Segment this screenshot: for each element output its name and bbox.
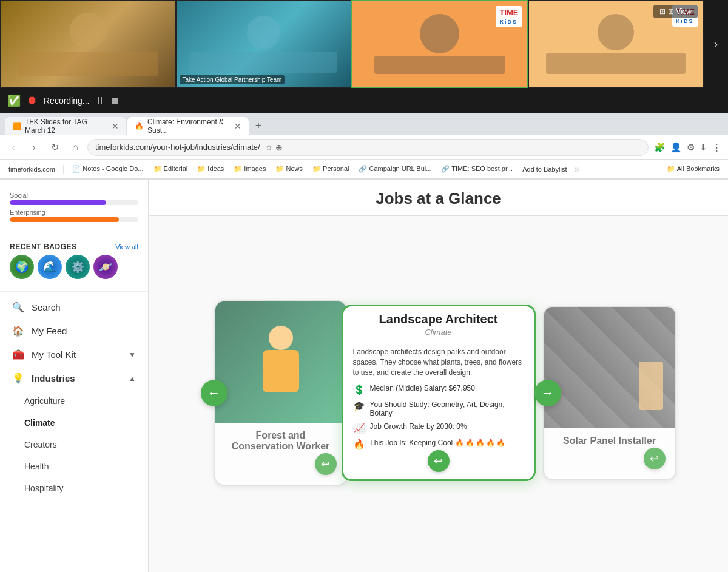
bookmark-all[interactable]: 📁 All Bookmarks <box>663 164 723 174</box>
hot-detail: 🔥 This Job Is: Keeping Cool 🔥 🔥 🔥 🔥 🔥 <box>353 439 524 450</box>
sidebar-item-my-tool-kit[interactable]: 🧰 My Tool Kit ▼ <box>0 343 148 366</box>
salary-detail: 💲 Median (Middle) Salary: $67,950 <box>353 384 524 395</box>
sidebar-item-agriculture[interactable]: Agriculture <box>0 390 148 412</box>
badge-planet: 🪐 <box>93 255 118 279</box>
bookmark-editorial[interactable]: 📁 Editorial <box>150 164 192 174</box>
address-bar[interactable]: timeforkids.com/your-hot-job/industries/… <box>87 139 649 156</box>
tab-1-close[interactable]: ✕ <box>112 121 119 131</box>
reload-button[interactable]: ↻ <box>46 139 63 156</box>
bookmark-personal[interactable]: 📁 Personal <box>309 164 352 174</box>
download-icon[interactable]: ⬇ <box>698 140 709 155</box>
center-card-flip-button[interactable]: ↩ <box>428 450 450 472</box>
bookmark-star-icon[interactable]: ☆ <box>265 143 273 152</box>
menu-icon[interactable]: ⋮ <box>710 140 723 155</box>
bookmark-timeforkids[interactable]: timeforkids.com <box>5 164 59 174</box>
browser-tab-1[interactable]: 🟧 TFK Slides for TAG March 12 ✕ <box>5 117 126 135</box>
video-participant-3[interactable]: TIME KiDS <box>351 0 528 88</box>
badge-wave: 🌊 <box>38 255 62 279</box>
enterprising-progress-fill <box>10 217 119 222</box>
flip-icon-left: ↩ <box>321 457 330 471</box>
sidebar-divider-1 <box>0 291 148 292</box>
badges-header: RECENT BADGES View all <box>10 243 138 251</box>
prev-card-button[interactable]: ← <box>201 380 228 406</box>
tab-1-favicon: 🟧 <box>12 122 21 130</box>
left-card-image <box>215 301 346 423</box>
hot-text: This Job Is: Keeping Cool 🔥 🔥 🔥 🔥 🔥 <box>370 439 524 447</box>
view-button[interactable]: ⊞ ⊞ View <box>653 5 698 18</box>
next-arrow-icon: → <box>541 385 554 401</box>
new-tab-button[interactable]: + <box>250 117 267 134</box>
badges-row: 🌍 🌊 ⚙️ 🪐 <box>10 255 138 279</box>
bookmark-news[interactable]: 📁 News <box>272 164 306 174</box>
search-label: Search <box>32 302 61 312</box>
badges-section: RECENT BADGES View all 🌍 🌊 ⚙️ 🪐 <box>0 232 148 288</box>
bookmark-notes[interactable]: 📄 Notes - Google Do... <box>69 164 147 174</box>
center-card-category: Climate <box>353 328 524 342</box>
video-participant-1[interactable] <box>0 0 176 88</box>
stop-button[interactable]: ⏹ <box>110 95 120 106</box>
enterprising-label: Enterprising <box>10 209 138 216</box>
toolkit-icon: 🧰 <box>12 349 24 360</box>
my-feed-label: My Feed <box>32 326 67 336</box>
sidebar-item-hospitality[interactable]: Hospitality <box>0 477 148 499</box>
center-card-job-title: Landscape Architect <box>353 312 524 326</box>
toolkit-arrow-icon: ▼ <box>129 351 136 359</box>
tab-2-label: Climate: Environment & Sust... <box>147 118 231 135</box>
salary-icon: 💲 <box>353 384 365 395</box>
social-label: Social <box>10 192 138 199</box>
growth-icon: 📈 <box>353 422 365 434</box>
back-button[interactable]: ‹ <box>5 139 22 156</box>
account-icon[interactable]: 👤 <box>669 140 684 155</box>
home-icon: 🏠 <box>12 325 24 337</box>
study-detail: 🎓 You Should Study: Geometry, Art, Desig… <box>353 400 524 417</box>
right-job-card: Solar Panel Installer ↩ <box>543 306 676 480</box>
right-card-flip-button[interactable]: ↩ <box>644 448 666 469</box>
browser-tab-2[interactable]: 🔥 Climate: Environment & Sust... ✕ <box>127 117 249 135</box>
flame-4: 🔥 <box>486 439 495 447</box>
bookmark-ideas[interactable]: 📁 Ideas <box>194 164 228 174</box>
page-title: Jobs at a Glance <box>149 189 728 208</box>
sidebar-item-creators[interactable]: Creators <box>0 434 148 456</box>
right-card-image <box>544 307 675 428</box>
record-icon: ⏺ <box>27 94 38 107</box>
participant-label-2: Take Action Global Partnership Team <box>180 75 285 84</box>
nav-bar: ‹ › ↻ ⌂ timeforkids.com/your-hot-job/ind… <box>0 135 728 160</box>
enterprising-progress-bar <box>10 217 138 222</box>
social-progress-bar <box>10 200 138 205</box>
bookmark-babylist[interactable]: Add to Babylist <box>519 164 570 174</box>
left-card-flip-button[interactable]: ↩ <box>315 453 337 475</box>
hot-rating-icons: 🔥 🔥 🔥 🔥 🔥 <box>455 439 505 447</box>
forward-button[interactable]: › <box>25 139 42 156</box>
flip-icon-center: ↩ <box>434 454 443 468</box>
view-all-link[interactable]: View all <box>115 243 138 251</box>
tune-icon[interactable]: ⊕ <box>275 143 283 152</box>
recording-text: Recording... <box>44 96 89 106</box>
next-card-button[interactable]: → <box>534 380 561 406</box>
view-label: ⊞ View <box>668 7 692 16</box>
bookmark-time-seo[interactable]: 🔗 TIME: SEO best pr... <box>437 164 516 174</box>
home-button[interactable]: ⌂ <box>67 139 84 156</box>
video-participant-2[interactable]: Take Action Global Partnership Team <box>176 0 352 88</box>
social-progress-fill <box>10 200 106 205</box>
bookmark-images[interactable]: 📁 Images <box>230 164 269 174</box>
industries-icon: 💡 <box>12 372 24 384</box>
sidebar-item-health[interactable]: Health <box>0 456 148 477</box>
bookmark-campaign[interactable]: 🔗 Campaign URL Bui... <box>355 164 435 174</box>
extensions-icon[interactable]: 🧩 <box>652 140 667 155</box>
sidebar-item-industries[interactable]: 💡 Industries ▲ <box>0 366 148 390</box>
my-tool-kit-label: My Tool Kit <box>32 349 76 360</box>
sidebar-item-my-feed[interactable]: 🏠 My Feed <box>0 319 148 343</box>
study-icon: 🎓 <box>353 400 365 412</box>
tab-2-favicon: 🔥 <box>135 122 144 130</box>
video-chevron-right[interactable]: › <box>704 0 728 88</box>
sidebar-item-climate[interactable]: Climate <box>0 412 148 434</box>
settings-icon[interactable]: ⚙ <box>685 140 696 155</box>
recording-controls: ⏸ ⏹ <box>95 95 120 106</box>
right-card-job-title: Solar Panel Installer <box>563 436 656 446</box>
sidebar: Social Enterprising RECENT BADGES View a… <box>0 180 149 572</box>
badge-earth: 🌍 <box>10 255 34 279</box>
sidebar-item-search[interactable]: 🔍 Search <box>0 295 148 319</box>
pause-button[interactable]: ⏸ <box>95 95 105 106</box>
left-card-title: Forest and Conservation Worker <box>215 423 346 454</box>
tab-2-close[interactable]: ✕ <box>234 121 241 131</box>
